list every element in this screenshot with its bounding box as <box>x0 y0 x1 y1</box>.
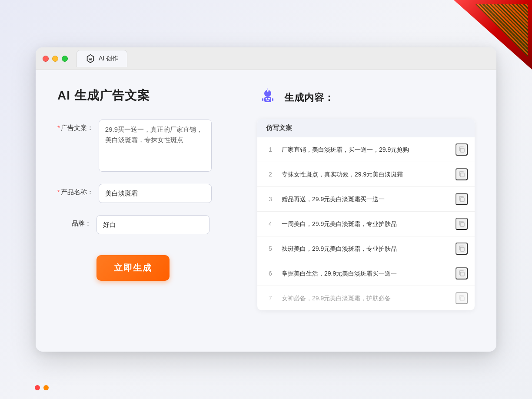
ad-copy-required: * <box>57 124 60 131</box>
svg-rect-3 <box>264 97 271 102</box>
row-number: 7 <box>264 295 276 302</box>
close-button[interactable] <box>43 56 49 62</box>
svg-rect-17 <box>460 272 464 276</box>
dot-orange <box>43 385 49 390</box>
row-text: 祛斑美白，29.9元美白淡斑霜，专业护肤品 <box>282 244 456 253</box>
result-table: 仿写文案 1 厂家直销，美白淡斑霜，买一送一，29.9元抢购 2 专抹女性斑点，… <box>257 119 475 310</box>
svg-point-9 <box>267 88 269 90</box>
robot-icon <box>257 87 278 108</box>
result-title: 生成内容： <box>284 91 334 104</box>
page-title: AI 生成广告文案 <box>57 87 231 104</box>
copy-button[interactable] <box>456 243 468 255</box>
table-row: 4 一周美白，29.9元美白淡斑霜，专业护肤品 <box>257 212 475 236</box>
row-text: 厂家直销，美白淡斑霜，买一送一，29.9元抢购 <box>282 145 456 154</box>
bottom-decoration <box>35 385 49 390</box>
svg-rect-11 <box>272 98 273 101</box>
table-row: 3 赠品再送，29.9元美白淡斑霜买一送一 <box>257 187 475 212</box>
svg-point-5 <box>268 98 270 100</box>
ad-copy-row: *广告文案： 29.9买一送一，真正的厂家直销，美白淡斑霜，专抹女性斑点 <box>57 120 231 172</box>
svg-text:AI: AI <box>89 57 92 61</box>
tab-label: AI 创作 <box>99 55 118 63</box>
row-text: 专抹女性斑点，真实功效，29.9元美白淡斑霜 <box>282 170 456 179</box>
table-row: 6 掌握美白生活，29.9元美白淡斑霜买一送一 <box>257 261 475 286</box>
copy-icon <box>458 220 465 227</box>
brand-input[interactable] <box>96 215 209 234</box>
svg-rect-16 <box>460 247 464 251</box>
copy-button[interactable] <box>456 168 468 180</box>
copy-icon <box>458 171 465 178</box>
svg-rect-10 <box>262 98 263 101</box>
product-name-input[interactable] <box>99 184 212 203</box>
table-header: 仿写文案 <box>257 119 475 137</box>
copy-button[interactable] <box>456 267 468 279</box>
product-name-required: * <box>57 188 60 196</box>
maximize-button[interactable] <box>62 56 68 62</box>
table-row: 1 厂家直销，美白淡斑霜，买一送一，29.9元抢购 <box>257 137 475 162</box>
product-name-label: *产品名称： <box>57 184 99 196</box>
brand-row: 品牌： <box>57 215 231 234</box>
dot-red <box>35 385 40 390</box>
svg-rect-14 <box>460 198 464 202</box>
row-text: 一周美白，29.9元美白淡斑霜，专业护肤品 <box>282 219 456 229</box>
product-name-row: *产品名称： <box>57 184 231 203</box>
left-panel: AI 生成广告文案 *广告文案： 29.9买一送一，真正的厂家直销，美白淡斑霜，… <box>57 87 231 334</box>
browser-window: AI AI 创作 AI 生成广告文案 *广告文案： 29.9买一送一，真正的厂家… <box>36 47 496 352</box>
minimize-button[interactable] <box>52 56 58 62</box>
table-row: 5 祛斑美白，29.9元美白淡斑霜，专业护肤品 <box>257 236 475 261</box>
copy-icon <box>458 146 465 153</box>
copy-button[interactable] <box>456 143 468 156</box>
result-header: 生成内容： <box>257 87 475 108</box>
row-number: 6 <box>264 270 276 277</box>
traffic-lights <box>43 56 68 62</box>
table-row: 2 专抹女性斑点，真实功效，29.9元美白淡斑霜 <box>257 162 475 187</box>
generate-button[interactable]: 立即生成 <box>96 255 170 281</box>
svg-rect-12 <box>460 148 464 152</box>
copy-button[interactable] <box>456 218 468 230</box>
table-row: 7 女神必备，29.9元美白淡斑霜，护肤必备 <box>257 286 475 310</box>
titlebar: AI AI 创作 <box>36 47 496 70</box>
content-area: AI 生成广告文案 *广告文案： 29.9买一送一，真正的厂家直销，美白淡斑霜，… <box>36 70 496 352</box>
svg-rect-15 <box>460 223 464 226</box>
copy-icon <box>458 295 465 302</box>
row-number: 4 <box>264 220 276 227</box>
copy-icon <box>458 245 465 252</box>
copy-button[interactable] <box>456 292 468 304</box>
row-number: 5 <box>264 245 276 252</box>
brand-label: 品牌： <box>57 215 96 228</box>
right-panel: 生成内容： 仿写文案 1 厂家直销，美白淡斑霜，买一送一，29.9元抢购 2 专… <box>257 87 475 334</box>
copy-button[interactable] <box>456 193 468 205</box>
result-rows-container: 1 厂家直销，美白淡斑霜，买一送一，29.9元抢购 2 专抹女性斑点，真实功效，… <box>257 137 475 310</box>
row-text: 女神必备，29.9元美白淡斑霜，护肤必备 <box>282 294 456 303</box>
svg-point-7 <box>267 90 269 92</box>
row-number: 3 <box>264 196 276 203</box>
svg-rect-6 <box>266 100 269 101</box>
ad-copy-label: *广告文案： <box>57 120 99 132</box>
row-number: 2 <box>264 171 276 178</box>
row-number: 1 <box>264 146 276 153</box>
ad-copy-textarea[interactable]: 29.9买一送一，真正的厂家直销，美白淡斑霜，专抹女性斑点 <box>99 120 212 172</box>
svg-point-4 <box>266 98 267 100</box>
ai-icon: AI <box>86 54 95 63</box>
copy-icon <box>458 196 465 203</box>
ai-tab[interactable]: AI AI 创作 <box>76 50 127 67</box>
svg-rect-18 <box>460 297 464 301</box>
row-text: 赠品再送，29.9元美白淡斑霜买一送一 <box>282 195 456 204</box>
row-text: 掌握美白生活，29.9元美白淡斑霜买一送一 <box>282 269 456 278</box>
svg-rect-13 <box>460 173 464 177</box>
copy-icon <box>458 270 465 277</box>
